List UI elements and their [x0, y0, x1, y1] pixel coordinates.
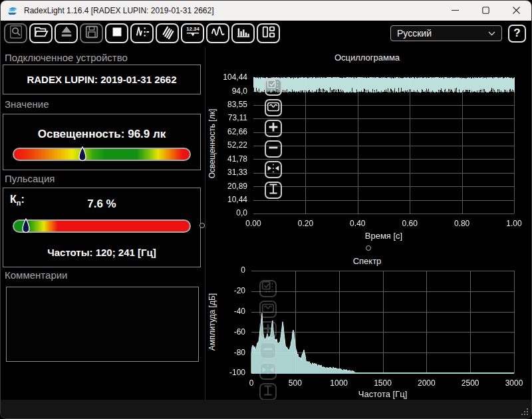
maximize-icon	[482, 5, 489, 17]
oscillogram-select-button[interactable]	[265, 78, 282, 96]
oscillogram-autoscale-button[interactable]	[265, 99, 282, 116]
device-section-label: Подключенное устройство	[5, 52, 128, 63]
oscillogram-xlabel: Время [с]	[253, 231, 514, 241]
close-icon	[513, 5, 520, 17]
fit-vertical-icon	[260, 382, 276, 401]
toolbar-button-spectrum-view[interactable]	[231, 23, 255, 43]
fit-vertical-icon	[265, 181, 281, 200]
spectrum-panel: Спектр Амплитуда [дБ] Частота [Гц]	[207, 256, 527, 400]
magnifier-icon	[8, 25, 24, 42]
help-button[interactable]: ?	[508, 25, 526, 43]
floppy-icon	[84, 25, 100, 42]
comments-input[interactable]	[6, 287, 199, 362]
pulsation-section-label: Пульсация	[5, 173, 55, 184]
vertical-splitter[interactable]	[205, 47, 205, 400]
oscillogram-panel: Осциллограмма Освещенность [лк] Время [с…	[207, 53, 527, 244]
app-icon	[7, 5, 19, 17]
select-icon	[265, 78, 281, 96]
window-minimize-button[interactable]	[440, 1, 470, 21]
pulsation-frequencies: Частоты: 120; 241 [Гц]	[3, 247, 200, 258]
oscillogram-zoom-out-button[interactable]	[265, 140, 282, 158]
toolbar-button-save[interactable]	[80, 23, 103, 43]
fit-horizontal-icon	[265, 160, 281, 179]
pulsation-gauge	[13, 219, 191, 233]
oscillogram-fit-horizontal-button[interactable]	[265, 161, 282, 178]
window-close-button[interactable]	[501, 1, 531, 21]
window-title: RadexLight 1.16.4 [RADEX LUPIN: 2019-01-…	[24, 6, 214, 15]
oscillogram-toolbar	[265, 78, 282, 199]
spectrum-zoom-out-button[interactable]	[259, 342, 277, 359]
status-bar	[1, 400, 531, 418]
device-box: RADEX LUPIN: 2019-01-31 2662	[3, 65, 201, 94]
bar-chart-icon	[235, 25, 251, 42]
value-box: Освещенность: 96.9 лк	[3, 114, 201, 170]
kp-value: 7.6 %	[3, 198, 200, 211]
autoscale-icon	[265, 98, 281, 117]
zoom-out-icon	[265, 140, 281, 158]
svg-text:12.34: 12.34	[186, 26, 200, 32]
app-window: RadexLight 1.16.4 [RADEX LUPIN: 2019-01-…	[0, 0, 532, 419]
toolbar-button-stop[interactable]	[105, 23, 128, 43]
toolbar-button-layout[interactable]	[257, 23, 280, 43]
oscillogram-fit-vertical-button[interactable]	[265, 182, 282, 199]
window-controls	[440, 1, 531, 21]
eject-icon	[59, 25, 74, 42]
spectrum-toolbar	[259, 280, 277, 400]
toolbar-button-search[interactable]	[4, 23, 27, 43]
pulsation-box: Кп: 7.6 % Частоты: 120; 241 [Гц]	[3, 188, 201, 267]
toolbar-button-digital-display[interactable]: 12.34	[181, 23, 204, 43]
illuminance-gauge	[13, 148, 191, 161]
line-chart-icon	[210, 25, 226, 42]
spectrum-zoom-in-button[interactable]	[259, 321, 277, 339]
spectrum-fit-horizontal-button[interactable]	[259, 362, 277, 380]
fit-horizontal-icon	[260, 362, 276, 380]
spectrum-select-button[interactable]	[259, 280, 277, 297]
spectrum-fit-vertical-button[interactable]	[259, 383, 277, 400]
value-section-label: Значение	[5, 98, 49, 110]
comments-section-label: Комментарии	[5, 269, 67, 281]
oscillogram-zoom-in-button[interactable]	[265, 120, 282, 137]
chevron-down-icon	[488, 31, 495, 36]
toolbar-button-sensor[interactable]	[156, 23, 179, 43]
illuminance-reading: Освещенность: 96.9 лк	[3, 128, 200, 141]
toolbar-buttons: 12.34	[4, 23, 280, 43]
toolbar-button-oscillogram-view[interactable]	[206, 23, 229, 43]
spectrum-canvas[interactable]	[207, 265, 527, 390]
zoom-in-icon	[260, 321, 276, 339]
spectrum-title: Спектр	[207, 256, 527, 266]
window-maximize-button[interactable]	[470, 1, 501, 21]
spectrum-autoscale-button[interactable]	[259, 301, 277, 318]
resize-grip-icon[interactable]	[521, 408, 528, 415]
titlebar: RadexLight 1.16.4 [RADEX LUPIN: 2019-01-…	[1, 1, 531, 21]
spectrum-xlabel: Частота [Гц]	[251, 389, 514, 399]
stop-icon	[109, 25, 125, 42]
digital-display-icon: 12.34	[184, 25, 201, 42]
language-select[interactable]: Русский	[390, 25, 502, 41]
oscillogram-canvas[interactable]	[207, 65, 527, 235]
oscillogram-title: Осциллограмма	[207, 53, 527, 63]
toolbar-button-record-settings[interactable]	[130, 23, 154, 43]
minimize-icon	[452, 5, 459, 17]
open-folder-icon	[33, 25, 49, 42]
select-icon	[260, 279, 276, 298]
zoom-out-icon	[260, 341, 276, 360]
zoom-in-icon	[265, 119, 281, 138]
toolbar-button-open-file[interactable]	[29, 23, 53, 43]
layout-icon	[261, 25, 277, 42]
stripes-icon	[160, 25, 176, 42]
pulsation-marker-icon[interactable]	[22, 218, 31, 237]
toolbar: 12.34 Русский ?	[1, 21, 531, 46]
toolbar-button-read-device[interactable]	[55, 23, 78, 43]
language-value: Русский	[397, 28, 432, 39]
waveform-dots-icon	[134, 25, 150, 42]
horizontal-splitter-handle[interactable]	[366, 245, 371, 251]
illuminance-marker-icon[interactable]	[78, 146, 86, 165]
device-name: RADEX LUPIN: 2019-01-31 2662	[3, 74, 200, 85]
vertical-splitter-handle[interactable]	[200, 223, 205, 228]
autoscale-icon	[260, 300, 276, 319]
